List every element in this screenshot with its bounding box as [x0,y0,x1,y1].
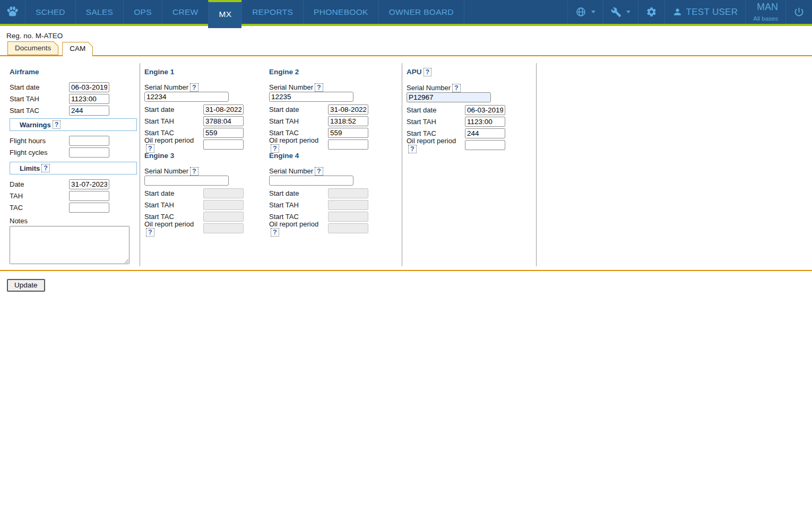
field-row: Start TAH [144,200,244,210]
user-menu-button[interactable]: TEST USER [664,0,746,24]
field-label: Start TAH [407,118,465,126]
engine4-oil-period-input [328,223,368,233]
user-icon [672,7,683,17]
column-divider [140,63,140,266]
gear-icon [646,6,657,18]
nav-item-phonebook[interactable]: PHONEBOOK [303,0,378,24]
field-row: Start TAH [269,200,369,210]
apu-start-tac-input[interactable] [465,128,505,138]
engine4-start-tac-input [328,212,368,222]
navbar-accent-line [0,24,812,26]
help-icon[interactable]: ? [190,83,198,92]
home-button[interactable] [0,0,25,24]
field-label: Oil report period? [144,220,203,237]
field-row: Start date [144,188,244,198]
nav-label: PHONEBOOK [314,7,368,17]
help-icon[interactable]: ? [315,83,323,92]
field-label: Start date [144,106,203,113]
flight-cycles-input[interactable] [69,147,109,158]
language-menu-button[interactable] [567,0,603,24]
field-label: TAH [10,192,69,200]
field-row: Start date [407,105,506,115]
tab-cam[interactable]: CAM [62,42,93,56]
field-label: TAC [10,204,69,212]
nav-item-owner-board[interactable]: OWNER BOARD [378,0,464,24]
engine2-serial-input[interactable] [269,92,353,102]
field-row: Oil report period? [144,223,244,233]
field-label: Flight cycles [10,148,69,156]
base-selector[interactable]: MAN All bases [745,0,785,24]
airframe-start-date-input[interactable] [69,82,109,92]
field-label: Start date [269,189,328,197]
field-row: Start TAH [144,116,244,126]
orange-divider-top [0,55,812,56]
globe-icon [575,6,586,18]
help-icon[interactable]: ? [271,228,279,237]
field-row: Oil report period? [269,223,369,233]
help-icon[interactable]: ? [146,228,154,237]
top-navbar: SCHED SALES OPS CREW MX REPORTS PHONEBOO… [0,0,812,24]
section-title: Engine 4 [269,152,369,160]
nav-item-crew[interactable]: CREW [162,0,209,24]
field-row: Date [10,179,137,189]
airframe-start-tah-input[interactable] [69,94,109,104]
section-title: Engine 2 [269,68,369,76]
engine3-start-date-input [203,188,244,198]
apu-start-date-input[interactable] [465,105,505,115]
field-row: Start date [10,82,137,92]
field-label: Start date [269,106,328,113]
tools-menu-button[interactable] [603,0,638,24]
user-name-label: TEST USER [686,7,738,18]
help-icon[interactable]: ? [452,84,461,92]
engine1-serial-input[interactable] [144,92,229,102]
limit-date-input[interactable] [69,179,109,189]
airframe-start-tac-input[interactable] [69,106,109,116]
help-icon[interactable]: ? [190,167,198,176]
nav-item-mx[interactable]: MX [208,0,241,28]
limit-tac-input[interactable] [69,203,109,213]
engine1-start-tah-input[interactable] [203,116,244,126]
nav-label: SCHED [36,7,65,17]
help-icon[interactable]: ? [315,167,323,176]
engine2-start-date-input[interactable] [328,104,368,115]
base-scope-label: All bases [753,15,778,22]
engine4-serial-input[interactable] [269,176,353,186]
limit-tah-input[interactable] [69,191,109,201]
apu-serial-input[interactable] [407,92,491,102]
field-row: TAC [10,203,137,213]
apu-oil-period-input[interactable] [465,140,505,150]
warnings-header: Warnings ? [10,118,137,131]
logout-button[interactable] [785,0,812,24]
engine1-start-tac-input[interactable] [203,128,244,138]
apu-start-tah-input[interactable] [465,117,505,127]
flight-hours-input[interactable] [69,136,109,146]
tab-label: Documents [8,42,58,55]
chevron-down-icon [591,11,595,13]
engine2-start-tah-input[interactable] [328,116,368,126]
engine1-start-date-input[interactable] [203,104,244,115]
help-icon[interactable]: ? [424,68,432,76]
help-icon[interactable]: ? [53,120,61,129]
notes-textarea[interactable] [10,226,129,264]
field-label: Start TAH [269,117,328,125]
section-airframe: Airframe Start date Start TAH Start TAC … [10,63,137,266]
nav-item-reports[interactable]: REPORTS [241,0,303,24]
update-button[interactable]: Update [7,279,45,292]
field-label: Start TAH [10,95,69,103]
help-icon[interactable]: ? [408,145,417,153]
section-engine3: Engine 3 Serial Number? Start date Start… [144,146,244,235]
help-icon[interactable]: ? [41,164,50,172]
field-row: Start TAH [269,116,369,126]
engine2-start-tac-input[interactable] [328,128,368,138]
power-icon [793,6,805,18]
nav-item-sales[interactable]: SALES [75,0,123,24]
tab-documents[interactable]: Documents [7,41,58,55]
settings-button[interactable] [638,0,664,24]
nav-item-ops[interactable]: OPS [123,0,162,24]
field-label: Flight hours [10,137,69,145]
engine3-serial-input[interactable] [144,176,229,186]
nav-item-sched[interactable]: SCHED [25,0,75,24]
field-label: Start TAC [144,129,203,137]
field-label: Start date [144,189,203,197]
field-row: Start date [144,104,244,115]
